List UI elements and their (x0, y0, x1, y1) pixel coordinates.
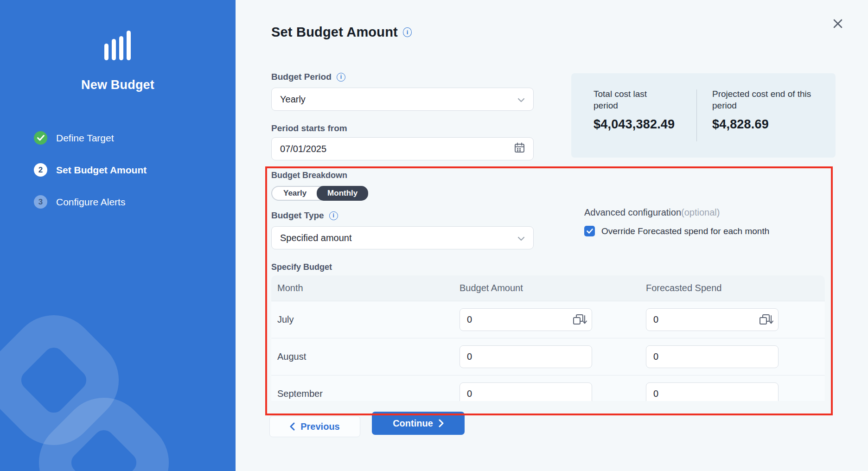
total-cost-value: $4,043,382.49 (594, 117, 696, 132)
budget-bars-icon (98, 30, 138, 63)
new-budget-wizard: New Budget Define Target 2 Set Budget Am… (0, 0, 868, 471)
budget-period-select[interactable]: Yearly (271, 88, 534, 111)
budget-type-value: Specified amount (280, 233, 352, 243)
previous-button-label: Previous (300, 421, 339, 432)
budget-amount-cell (460, 308, 592, 331)
step-number-badge: 2 (34, 163, 47, 177)
toggle-option-monthly[interactable]: Monthly (317, 186, 368, 201)
fill-down-icon[interactable] (572, 314, 587, 328)
calendar-icon[interactable] (514, 142, 525, 155)
period-start-date-input[interactable] (280, 144, 514, 154)
toggle-option-yearly[interactable]: Yearly (272, 187, 318, 200)
forecasted-spend-cell (646, 382, 779, 401)
forecasted-spend-cell (646, 308, 779, 331)
chevron-down-icon (517, 94, 525, 105)
projected-cost-label: Projected cost end of this period (712, 88, 812, 111)
table-header-row: Month Budget Amount Forecasted Spend (271, 275, 825, 301)
wizard-title: New Budget (0, 78, 236, 92)
breakdown-toggle: Yearly Monthly (271, 186, 368, 201)
continue-button-label: Continue (393, 418, 433, 429)
info-icon[interactable]: i (337, 73, 345, 82)
info-icon[interactable]: i (329, 211, 338, 220)
step-number-badge: 3 (34, 195, 47, 209)
cost-summary-panel: Total cost last period $4,043,382.49 Pro… (571, 73, 836, 158)
table-row: September (271, 375, 825, 401)
close-icon[interactable] (831, 17, 845, 31)
table-row: August (271, 338, 825, 375)
budget-breakdown-label: Budget Breakdown (271, 171, 347, 180)
projected-cost-value: $4,828.69 (712, 117, 812, 132)
step-label: Define Target (56, 133, 114, 144)
chevron-down-icon (517, 233, 525, 243)
wizard-sidebar: New Budget Define Target 2 Set Budget Am… (0, 0, 236, 471)
step-configure-alerts[interactable]: 3 Configure Alerts (34, 195, 147, 209)
budget-amount-cell (460, 345, 592, 368)
column-header-month: Month (277, 283, 460, 293)
previous-button[interactable]: Previous (269, 416, 360, 437)
forecasted-spend-input[interactable] (646, 345, 779, 368)
budget-period-value: Yearly (280, 94, 306, 105)
override-forecast-checkbox[interactable] (584, 226, 595, 236)
month-label: July (277, 314, 460, 325)
chevron-right-icon (439, 419, 444, 427)
wizard-steps: Define Target 2 Set Budget Amount 3 Conf… (34, 131, 147, 227)
column-header-forecasted-spend: Forecasted Spend (646, 283, 825, 293)
month-label: August (277, 351, 460, 362)
optional-hint: (optional) (681, 207, 720, 217)
fill-down-icon[interactable] (758, 314, 774, 328)
month-label: September (277, 388, 460, 399)
step-set-budget-amount[interactable]: 2 Set Budget Amount (34, 163, 147, 177)
step-label: Configure Alerts (56, 197, 125, 208)
step-complete-check-icon (34, 131, 47, 145)
set-budget-amount-panel: Set Budget Amount i Budget Period i Year… (236, 0, 868, 471)
column-header-budget-amount: Budget Amount (460, 283, 646, 293)
period-starts-label: Period starts from (271, 123, 347, 134)
advanced-configuration-title: Advanced configuration(optional) (584, 207, 769, 218)
specify-budget-label: Specify Budget (271, 262, 332, 272)
info-icon[interactable]: i (403, 27, 412, 37)
table-row: July (271, 301, 825, 338)
total-cost-label: Total cost last period (594, 88, 670, 111)
budget-type-select[interactable]: Specified amount (271, 226, 534, 249)
continue-button[interactable]: Continue (372, 412, 465, 435)
budget-amount-input[interactable] (460, 382, 592, 401)
override-forecast-option: Override Forecasted spend for each month (584, 226, 769, 236)
budget-amount-cell (460, 382, 592, 401)
override-forecast-label: Override Forecasted spend for each month (601, 226, 769, 236)
period-start-date-field (271, 137, 534, 160)
budget-type-label: Budget Type i (271, 210, 338, 221)
advanced-configuration-section: Advanced configuration(optional) Overrid… (584, 207, 769, 236)
step-label: Set Budget Amount (56, 165, 147, 176)
budget-amount-input[interactable] (460, 345, 592, 368)
specify-budget-table: Month Budget Amount Forecasted Spend Jul… (271, 275, 825, 401)
forecasted-spend-cell (646, 345, 779, 368)
page-title: Set Budget Amount (271, 25, 398, 40)
step-define-target[interactable]: Define Target (34, 131, 147, 145)
forecasted-spend-input[interactable] (646, 382, 779, 401)
budget-period-label: Budget Period i (271, 72, 345, 82)
chevron-left-icon (290, 422, 295, 431)
